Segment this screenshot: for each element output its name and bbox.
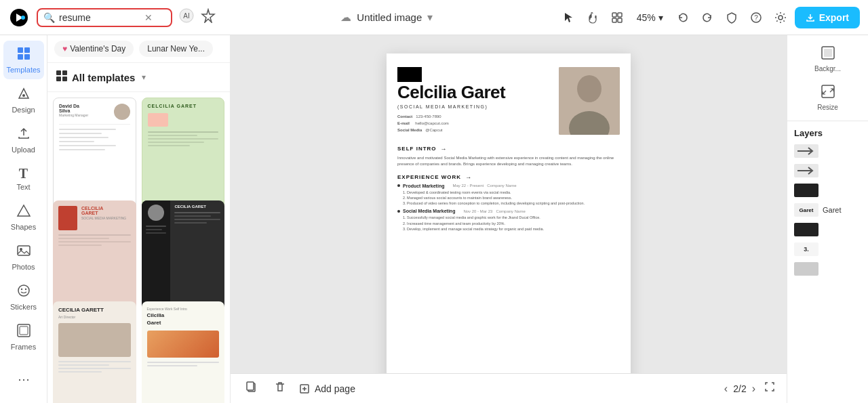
resume-self-intro-text: Innovative and motivated Social Media Ma… — [397, 155, 620, 167]
zoom-button[interactable]: 45% ▾ — [631, 9, 669, 26]
design-label: Design — [12, 106, 35, 114]
layers-panel: Backgr... Resize Layers — [787, 35, 868, 403]
zoom-chevron-icon: ▾ — [658, 12, 663, 23]
export-button[interactable]: Export — [795, 7, 860, 28]
sidebar-item-photos[interactable]: Photos — [3, 238, 44, 276]
upload-label: Upload — [12, 146, 35, 154]
template-card-5[interactable]: CECILIA GARETT Art Director — [53, 301, 136, 403]
add-page-button[interactable]: Add page — [298, 383, 355, 395]
doc-dropdown-button[interactable]: ▾ — [427, 11, 433, 24]
copy-button[interactable] — [241, 377, 262, 400]
templates-tags: ♥ Valentine's Day Lunar New Ye... — [47, 35, 230, 63]
svg-rect-18 — [18, 246, 30, 255]
svg-point-30 — [577, 75, 601, 102]
page-nav: ‹ 2/2 › — [724, 383, 755, 395]
layer-thumb-3 — [794, 184, 818, 197]
templates-panel: ♥ Valentine's Day Lunar New Ye... All te… — [47, 35, 231, 403]
lunar-tag-label: Lunar New Ye... — [147, 44, 205, 54]
magic-button[interactable] — [201, 8, 216, 26]
svg-rect-8 — [618, 18, 622, 22]
page-prev-button[interactable]: ‹ — [724, 383, 728, 395]
layer-item-1[interactable] — [791, 142, 864, 160]
layer-thumb-5 — [794, 223, 818, 236]
shapes-label: Shapes — [11, 223, 36, 231]
sidebar-item-upload[interactable]: Upload — [3, 121, 44, 159]
shield-button[interactable] — [722, 7, 742, 28]
main-layout: Templates Design Upload T Text Shapes — [0, 35, 868, 403]
layers-tools: Backgr... Resize — [787, 35, 868, 121]
text-icon: T — [19, 166, 28, 182]
resume-email: E-mail hello@capcut.com — [397, 120, 551, 127]
sidebar-item-frames[interactable]: Frames — [3, 318, 44, 356]
expand-button[interactable] — [764, 381, 776, 396]
left-nav: Templates Design Upload T Text Shapes — [0, 35, 47, 403]
resume-experience-title: EXPERIENCE WORK → — [397, 174, 620, 181]
search-input[interactable] — [59, 12, 140, 23]
resume-job-title: (SOCIAL MEDIA MARKETING) — [397, 104, 551, 109]
sidebar-item-shapes[interactable]: Shapes — [3, 198, 44, 236]
cloud-icon: ☁ — [340, 11, 351, 24]
all-templates-bar[interactable]: All templates ▾ — [47, 63, 230, 92]
svg-point-1 — [21, 16, 25, 20]
more-icon: ⋯ — [18, 372, 30, 387]
sidebar-item-text[interactable]: T Text — [3, 161, 44, 196]
resize-tool-button[interactable]: Resize — [804, 79, 852, 115]
help-button[interactable]: ? — [746, 7, 766, 28]
svg-rect-6 — [618, 13, 622, 17]
upload-icon — [16, 126, 31, 144]
svg-marker-4 — [202, 9, 214, 22]
layer-item-3[interactable] — [791, 182, 864, 199]
hand-tool-button[interactable] — [583, 7, 603, 28]
sidebar-item-templates[interactable]: Templates — [3, 41, 44, 79]
delete-button[interactable] — [270, 377, 290, 400]
frames-label: Frames — [11, 343, 36, 351]
layer-item-2[interactable] — [791, 162, 864, 179]
svg-rect-28 — [62, 77, 67, 81]
valentines-tag[interactable]: ♥ Valentine's Day — [54, 41, 134, 57]
page-next-button[interactable]: › — [752, 383, 755, 395]
layer-item-6[interactable]: 3. — [791, 240, 864, 258]
page-indicator: 2/2 — [733, 383, 746, 394]
sidebar-item-stickers[interactable]: Stickers — [3, 278, 44, 316]
svg-rect-15 — [24, 54, 30, 60]
lunar-tag[interactable]: Lunar New Ye... — [139, 41, 213, 57]
background-tool-button[interactable]: Backgr... — [804, 41, 852, 77]
redo-button[interactable] — [697, 7, 717, 28]
ai-search-button[interactable]: AI — [179, 8, 194, 26]
search-box: 🔍 ✕ — [37, 8, 172, 27]
canvas-document: Celcilia Garet (SOCIAL MEDIA MARKETING) … — [387, 54, 631, 385]
sidebar-item-design[interactable]: Design — [3, 81, 44, 119]
resume-name: Celcilia Garet — [397, 83, 551, 102]
background-tool-label: Backgr... — [814, 65, 841, 72]
layer-item-7[interactable] — [791, 260, 864, 278]
logo — [8, 7, 30, 28]
layer-thumb-2 — [794, 164, 818, 177]
svg-rect-7 — [612, 18, 616, 22]
cursor-tool-button[interactable] — [558, 7, 578, 28]
export-label: Export — [819, 12, 849, 23]
template-card-1[interactable]: David Da Silva Marketing Manager — [53, 98, 136, 216]
template-card-6[interactable]: Experience Work Self Intro Cilcilia Gare… — [142, 301, 225, 403]
more-button[interactable]: ⋯ — [3, 366, 44, 392]
search-icon: 🔍 — [43, 12, 55, 23]
heart-icon: ♥ — [62, 44, 67, 54]
layer-thumb-1 — [794, 144, 818, 158]
undo-button[interactable] — [673, 7, 693, 28]
all-templates-icon — [56, 70, 68, 85]
all-templates-label: All templates — [72, 72, 135, 83]
svg-rect-5 — [612, 13, 616, 17]
grid-tool-button[interactable] — [607, 7, 627, 28]
layer-item-4[interactable]: Garet Garet — [791, 201, 864, 219]
settings-button[interactable] — [770, 7, 791, 28]
zoom-level: 45% — [637, 12, 656, 23]
svg-text:?: ? — [754, 14, 758, 22]
resume-name-block: Celcilia Garet (SOCIAL MEDIA MARKETING) … — [397, 67, 551, 134]
template-card-2[interactable]: CELCILIA GARET — [142, 98, 225, 216]
photos-icon — [16, 243, 31, 261]
layer-item-5[interactable] — [791, 221, 864, 238]
canvas-bottom-toolbar: Add page ‹ 2/2 › — [231, 373, 787, 403]
frames-icon — [16, 323, 31, 341]
resume-experience-section: EXPERIENCE WORK → Product Marketing May … — [387, 171, 631, 235]
clear-search-button[interactable]: ✕ — [144, 12, 153, 23]
layer-thumb-4: Garet — [794, 203, 818, 217]
